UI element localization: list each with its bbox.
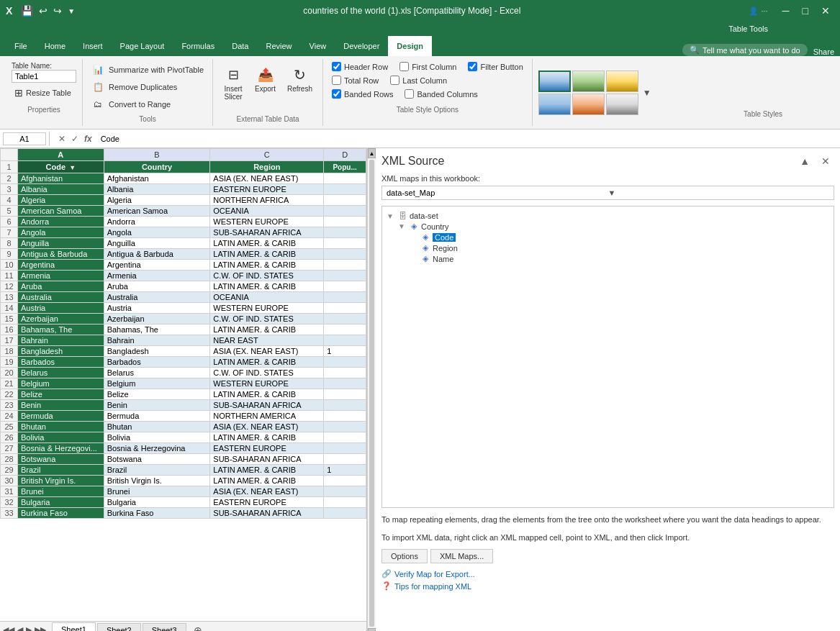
xml-panel-collapse[interactable]: ▲ — [795, 154, 814, 168]
options-button[interactable]: Options — [381, 549, 428, 563]
code-cell[interactable]: Belize — [18, 389, 104, 400]
tree-code[interactable]: ◈ Code — [410, 232, 829, 242]
region-cell[interactable]: SUB-SAHARAN AFRICA — [210, 454, 324, 465]
summarize-pivot-button[interactable]: 📊 Summarize with PivotTable — [89, 62, 207, 78]
country-cell[interactable]: Armenia — [104, 271, 210, 281]
region-cell[interactable]: LATIN AMER. & CARIB — [210, 357, 324, 368]
country-cell[interactable]: Albania — [104, 184, 210, 195]
region-cell[interactable]: C.W. OF IND. STATES — [210, 368, 324, 378]
tab-insert[interactable]: Insert — [74, 36, 112, 56]
region-cell[interactable]: EASTERN EUROPE — [210, 497, 324, 508]
code-cell[interactable]: Bolivia — [18, 432, 104, 443]
banded-columns-option[interactable]: Banded Columns — [405, 89, 477, 99]
country-cell[interactable]: Andorra — [104, 217, 210, 227]
code-cell[interactable]: Albania — [18, 184, 104, 195]
country-cell[interactable]: Afghanistan — [104, 173, 210, 184]
population-cell[interactable]: 1 — [324, 465, 366, 476]
style-swatch-4[interactable] — [572, 94, 605, 115]
xml-maps-dropdown[interactable]: data-set_Map ▼ — [381, 186, 834, 200]
code-cell[interactable]: Brunei — [18, 486, 104, 497]
tree-country[interactable]: ▼ ◈ Country — [398, 221, 829, 232]
first-column-option[interactable]: First Column — [399, 62, 456, 71]
code-cell[interactable]: Brazil — [18, 465, 104, 476]
tips-link[interactable]: ❓ Tips for mapping XML — [381, 581, 834, 591]
population-cell[interactable] — [324, 217, 366, 227]
tab-page-layout[interactable]: Page Layout — [112, 36, 173, 56]
region-cell[interactable]: LATIN AMER. & CARIB — [210, 238, 324, 249]
region-cell[interactable]: LATIN AMER. & CARIB — [210, 389, 324, 400]
formula-input[interactable] — [98, 133, 837, 145]
country-cell[interactable]: American Samoa — [104, 206, 210, 217]
code-cell[interactable]: Andorra — [18, 217, 104, 227]
style-swatch-3[interactable] — [572, 71, 605, 92]
style-swatch-6[interactable] — [606, 94, 638, 115]
tab-home[interactable]: Home — [36, 36, 74, 56]
code-cell[interactable]: Bulgaria — [18, 497, 104, 508]
population-cell[interactable] — [324, 260, 366, 271]
scroll-down-button[interactable]: ▼ — [368, 628, 376, 631]
country-cell[interactable]: Botswana — [104, 454, 210, 465]
region-cell[interactable]: EASTERN EUROPE — [210, 443, 324, 454]
country-cell[interactable]: Brunei — [104, 486, 210, 497]
country-cell[interactable]: Benin — [104, 400, 210, 411]
country-cell[interactable]: Belize — [104, 389, 210, 400]
region-cell[interactable]: LATIN AMER. & CARIB — [210, 432, 324, 443]
country-cell[interactable]: Antigua & Barbuda — [104, 249, 210, 260]
country-cell[interactable]: Bahrain — [104, 335, 210, 346]
population-cell[interactable] — [324, 486, 366, 497]
insert-slicer-button[interactable]: ⊟ InsertSlicer — [219, 62, 248, 104]
col-a-header[interactable]: A — [18, 149, 104, 161]
country-cell[interactable]: British Virgin Is. — [104, 476, 210, 486]
code-cell[interactable]: Anguilla — [18, 238, 104, 249]
country-cell[interactable]: Belgium — [104, 378, 210, 389]
refresh-button[interactable]: ↻ Refresh — [283, 62, 317, 96]
code-cell[interactable]: Botswana — [18, 454, 104, 465]
region-cell[interactable]: SUB-SAHARAN AFRICA — [210, 400, 324, 411]
country-cell[interactable]: Argentina — [104, 260, 210, 271]
region-cell[interactable]: NORTHERN AFRICA — [210, 195, 324, 206]
save-button[interactable]: 💾 — [21, 5, 33, 17]
scroll-thumb[interactable] — [369, 160, 374, 627]
last-column-option[interactable]: Last Column — [390, 76, 447, 85]
style-swatch-2[interactable] — [538, 94, 571, 115]
remove-duplicates-button[interactable]: 📋 Remove Duplicates — [89, 79, 207, 95]
code-cell[interactable]: Bermuda — [18, 411, 104, 422]
population-cell[interactable] — [324, 400, 366, 411]
country-cell[interactable]: Belarus — [104, 368, 210, 378]
code-header-cell[interactable]: Code ▼ — [18, 161, 104, 173]
country-cell[interactable]: Bhutan — [104, 422, 210, 432]
population-cell[interactable] — [324, 184, 366, 195]
region-cell[interactable]: SUB-SAHARAN AFRICA — [210, 508, 324, 519]
population-cell[interactable] — [324, 227, 366, 238]
code-cell[interactable]: Belgium — [18, 378, 104, 389]
country-cell[interactable]: Angola — [104, 227, 210, 238]
population-cell[interactable] — [324, 249, 366, 260]
style-more-button[interactable]: ▼ — [643, 71, 651, 115]
country-cell[interactable]: Barbados — [104, 357, 210, 368]
cell-reference-input[interactable] — [3, 132, 46, 145]
region-cell[interactable]: C.W. OF IND. STATES — [210, 314, 324, 324]
tab-review[interactable]: Review — [257, 36, 300, 56]
tab-view[interactable]: View — [301, 36, 335, 56]
country-header-cell[interactable]: Country — [104, 161, 210, 173]
code-cell[interactable]: Azerbaijan — [18, 314, 104, 324]
region-cell[interactable]: ASIA (EX. NEAR EAST) — [210, 346, 324, 357]
table-name-input[interactable] — [12, 70, 76, 83]
code-cell[interactable]: Aruba — [18, 281, 104, 292]
region-cell[interactable]: OCEANIA — [210, 206, 324, 217]
tab-formulas[interactable]: Formulas — [173, 36, 223, 56]
customize-qat[interactable]: ▼ — [68, 7, 75, 15]
region-cell[interactable]: ASIA (EX. NEAR EAST) — [210, 422, 324, 432]
country-cell[interactable]: Bahamas, The — [104, 324, 210, 335]
region-cell[interactable]: OCEANIA — [210, 292, 324, 303]
filter-button-option[interactable]: Filter Button — [468, 62, 523, 71]
redo-button[interactable]: ↪ — [53, 5, 62, 17]
country-cell[interactable]: Azerbaijan — [104, 314, 210, 324]
population-cell[interactable] — [324, 378, 366, 389]
code-cell[interactable]: Bahamas, The — [18, 324, 104, 335]
tree-region[interactable]: ◈ Region — [410, 242, 829, 253]
population-cell[interactable] — [324, 303, 366, 314]
country-cell[interactable]: Australia — [104, 292, 210, 303]
region-cell[interactable]: LATIN AMER. & CARIB — [210, 324, 324, 335]
region-cell[interactable]: SUB-SAHARAN AFRICA — [210, 227, 324, 238]
